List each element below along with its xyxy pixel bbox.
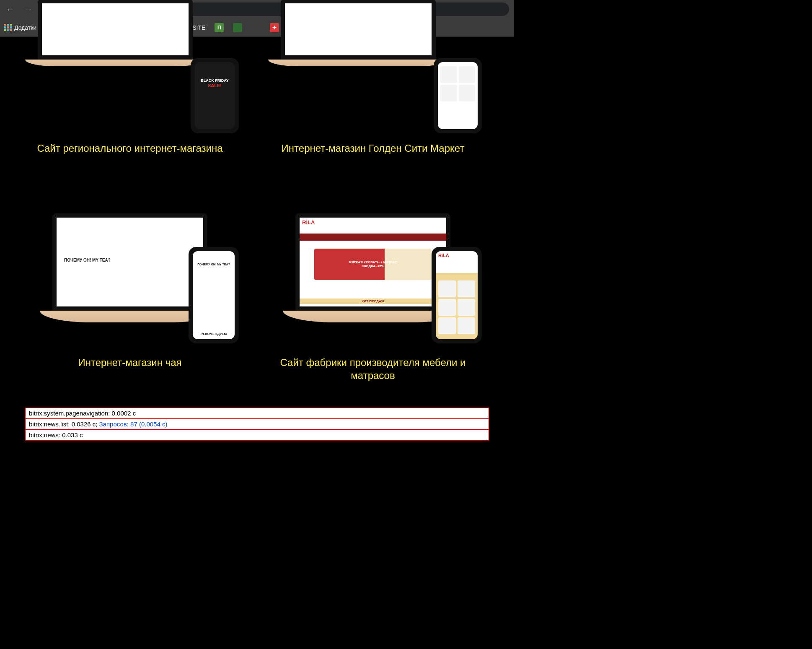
device-mockup: ПОЧЕМУ OH! MY TEA? ПОЧЕМУ OH! MY TEA? РЕ… [25,180,235,322]
bitrix-debug-panel: bitrix:system.pagenavigation: 0.0002 с b… [25,408,489,441]
card-title: Интернет-магазин Голден Сити Маркет [268,142,478,155]
bookmark-privat[interactable]: П [215,23,224,32]
apple-icon [251,23,261,32]
debug-line: bitrix:news: 0.033 с [26,430,489,440]
portfolio-card[interactable]: Интернет-магазин Голден Сити Маркет [268,37,478,155]
device-mockup [268,37,478,108]
privat-icon: П [215,23,224,32]
card-title: Сайт фабрики производителя мебели и матр… [268,356,478,382]
portfolio-card[interactable]: RiLA МЯГКАЯ КРОВАТЬ + МАТРАС СКИДКА -15%… [268,180,478,382]
portfolio-row: ПОЧЕМУ OH! MY TEA? ПОЧЕМУ OH! MY TEA? РЕ… [25,180,489,382]
portfolio-card[interactable]: BLACK FRIDAYSALE! Сайт регионального инт… [25,37,235,155]
card-title: Интернет-магазин чая [25,356,235,369]
square-icon [233,23,242,32]
debug-queries-link[interactable]: Запросов: 87 (0.0054 с) [99,421,168,428]
bookmark-apple[interactable] [251,23,261,32]
page-content: BLACK FRIDAYSALE! Сайт регионального инт… [0,37,514,457]
apps-label: Додатки [14,24,36,31]
apps-button[interactable]: Додатки [4,24,36,31]
square-icon: ✦ [270,23,279,32]
debug-line: bitrix:news.list: 0.0326 с; Запросов: 87… [26,419,489,430]
portfolio-row: BLACK FRIDAYSALE! Сайт регионального инт… [25,37,489,155]
device-mockup: BLACK FRIDAYSALE! [25,37,235,108]
bookmark-red[interactable]: ✦ [270,23,279,32]
back-button[interactable]: ← [3,5,17,14]
device-mockup: RiLA МЯГКАЯ КРОВАТЬ + МАТРАС СКИДКА -15%… [268,180,478,322]
forward-button[interactable]: → [22,5,35,14]
card-title: Сайт регионального интернет-магазина [25,142,235,155]
debug-line: bitrix:system.pagenavigation: 0.0002 с [26,408,489,419]
apps-icon [4,24,12,31]
portfolio-card[interactable]: ПОЧЕМУ OH! MY TEA? ПОЧЕМУ OH! MY TEA? РЕ… [25,180,235,382]
bookmark-green[interactable] [233,23,242,32]
